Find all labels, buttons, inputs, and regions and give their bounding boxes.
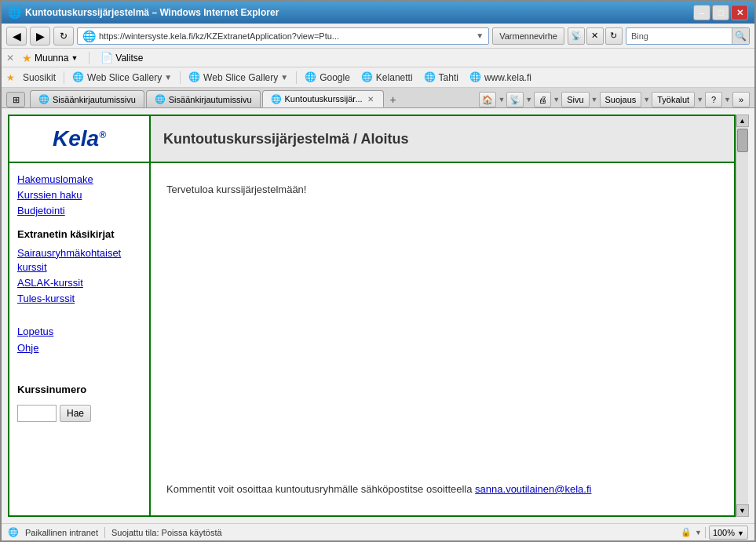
- home-icon[interactable]: 🏠: [479, 92, 496, 107]
- status-right: 🔒 ▼ 100% ▼: [681, 526, 748, 540]
- tab-kuntoutus[interactable]: 🌐 Kuntoutuskurssijär... ✕: [262, 90, 384, 107]
- sidebar-link-budjetointi[interactable]: Budjetointi: [17, 204, 141, 218]
- sidebar-link-aslak[interactable]: ASLAK-kurssit: [17, 276, 141, 290]
- sidebar-link-sairausryhma[interactable]: Sairausryhmäkohtaiset kurssit: [17, 246, 141, 275]
- zoom-button[interactable]: 100% ▼: [709, 526, 748, 540]
- scroll-up-button[interactable]: ▲: [736, 115, 749, 127]
- print-icon[interactable]: 🖨: [534, 92, 551, 107]
- comment-text: Kommentit voit osoittaa kuntoutusryhmäll…: [166, 483, 718, 495]
- lock-dropdown-icon[interactable]: ▼: [695, 529, 702, 537]
- sidebar-spacer-2: [17, 362, 141, 371]
- fav-kelanetti[interactable]: 🌐 Kelanetti: [358, 70, 416, 85]
- help-dropdown-icon[interactable]: ▼: [724, 96, 731, 104]
- fav-kelanetti-icon: 🌐: [361, 71, 374, 84]
- page-title: Kuntoutuskurssijärjestelmä / Aloitus: [163, 131, 408, 147]
- fav-google[interactable]: 🌐 Google: [301, 70, 353, 85]
- fav-separator-3: [296, 71, 297, 84]
- tools-dropdown-icon[interactable]: ▼: [696, 96, 703, 104]
- star-icon: ★: [22, 52, 32, 64]
- fav-icon-2: 🌐: [188, 71, 201, 84]
- bing-search-input[interactable]: [653, 28, 732, 44]
- titlebar: 🌐 Kuntoutuskurssijärjestelmä – Windows I…: [2, 2, 754, 24]
- sidebar-link-tules[interactable]: Tules-kurssit: [17, 292, 141, 306]
- scroll-thumb[interactable]: [737, 129, 748, 152]
- fav-web-slice-2-label: Web Slice Gallery: [203, 72, 278, 83]
- refresh-button[interactable]: ↻: [53, 27, 74, 45]
- sidebar-section-title: Extranetin käsikirjat: [17, 228, 141, 240]
- tab-bar: ⊞ 🌐 Sisäänkirjautumissivu 🌐 Sisäänkirjau…: [2, 88, 754, 108]
- forward-button[interactable]: ▶: [30, 27, 50, 45]
- tab-login-2[interactable]: 🌐 Sisäänkirjautumissivu: [146, 90, 261, 107]
- page-menu-btn[interactable]: Sivu: [561, 92, 589, 107]
- fav-tahti-label: Tahti: [439, 72, 458, 83]
- kurssinumero-input[interactable]: [17, 405, 57, 422]
- home-dropdown-icon[interactable]: ▼: [498, 96, 505, 104]
- kurssinumero-row: Hae: [17, 405, 141, 422]
- welcome-text: Tervetuloa kurssijärjestelmään!: [166, 184, 718, 195]
- sidebar-link-lopetus[interactable]: Lopetus: [17, 325, 141, 339]
- fav-icon-1: 🌐: [72, 71, 85, 84]
- bing-search-button[interactable]: 🔍: [732, 28, 749, 44]
- rss-icon[interactable]: 📡: [568, 27, 585, 45]
- back-button[interactable]: ◀: [6, 27, 27, 45]
- fav-separator-1: [64, 71, 64, 84]
- fav-web-slice-1[interactable]: 🌐 Web Slice Gallery ▼: [69, 70, 175, 85]
- tab-login-1-label: Sisäänkirjautumissivu: [53, 95, 136, 104]
- new-tab-button[interactable]: +: [385, 92, 401, 107]
- main-content-panel: Tervetuloa kurssijärjestelmään! Kommenti…: [151, 163, 734, 515]
- help-icon[interactable]: ?: [705, 92, 722, 107]
- email-link[interactable]: sanna.voutilainen@kela.fi: [475, 483, 591, 495]
- statusbar: 🌐 Paikallinen intranet Suojattu tila: Po…: [2, 523, 754, 540]
- sidebar-link-ohje[interactable]: Ohje: [17, 341, 141, 355]
- bing-search-box[interactable]: Bing 🔍: [626, 27, 750, 45]
- sidebar-link-kurssien-haku[interactable]: Kurssien haku: [17, 188, 141, 202]
- minimize-button[interactable]: –: [693, 5, 710, 20]
- tab-login-1-icon: 🌐: [38, 94, 49, 104]
- tab-grid-button[interactable]: ⊞: [6, 92, 25, 107]
- tab-kuntoutus-label: Kuntoutuskurssijär...: [285, 94, 363, 104]
- page-frame: Kela® Kuntoutuskurssijärjestelmä / Aloit…: [8, 115, 736, 517]
- menu-muunna[interactable]: ★ Muunna ▼: [16, 50, 84, 66]
- tools-btn[interactable]: Työkalut: [652, 92, 695, 107]
- fav-tahti[interactable]: 🌐 Tahti: [421, 70, 462, 85]
- more-btn[interactable]: »: [732, 92, 750, 107]
- verify-button[interactable]: Varmennevirhe: [492, 27, 564, 45]
- sidebar-link-hakemuslomake[interactable]: Hakemuslomake: [17, 173, 141, 187]
- rss-dropdown-icon[interactable]: ▼: [525, 96, 532, 104]
- dropdown-arrow-icon[interactable]: ▼: [476, 31, 484, 40]
- tab-close-button[interactable]: ✕: [366, 94, 375, 104]
- fav-dropdown-2[interactable]: ▼: [280, 73, 288, 82]
- protected-mode-label: Suojattu tila: Poissa käytöstä: [111, 528, 222, 537]
- close-button[interactable]: ✕: [731, 5, 748, 20]
- fav-dropdown-1[interactable]: ▼: [164, 73, 172, 82]
- fav-web-slice-1-label: Web Slice Gallery: [87, 72, 162, 83]
- fav-google-label: Google: [320, 72, 350, 83]
- fav-kela-icon: 🌐: [469, 71, 482, 84]
- reload-button[interactable]: ↻: [605, 27, 623, 45]
- security-dropdown-icon[interactable]: ▼: [643, 96, 650, 104]
- fav-kelanetti-label: Kelanetti: [376, 72, 413, 83]
- page-dropdown-icon[interactable]: ▼: [591, 96, 598, 104]
- kela-logo-text: Kela: [53, 126, 99, 151]
- tab-login-1[interactable]: 🌐 Sisäänkirjautumissivu: [30, 90, 144, 107]
- tab-login-2-icon: 🌐: [155, 94, 166, 104]
- security-btn[interactable]: Suojaus: [600, 92, 642, 107]
- stop-button[interactable]: ✕: [586, 27, 604, 45]
- fav-kela[interactable]: 🌐 www.kela.fi: [466, 70, 535, 85]
- scroll-down-button[interactable]: ▼: [736, 504, 749, 517]
- kela-logo: Kela®: [53, 126, 106, 151]
- fav-web-slice-2[interactable]: 🌐 Web Slice Gallery ▼: [185, 70, 291, 85]
- browser-window: 🌐 Kuntoutuskurssijärjestelmä – Windows I…: [0, 0, 756, 542]
- sidebar-section-links: Sairausryhmäkohtaiset kurssit ASLAK-kurs…: [17, 246, 141, 307]
- menu-muunna-label: Muunna: [35, 53, 68, 64]
- page-title-cell: Kuntoutuskurssijärjestelmä / Aloitus: [151, 116, 734, 162]
- kurssinumero-label: Kurssinumero: [17, 384, 141, 395]
- sidebar: Hakemuslomake Kurssien haku Budjetointi …: [9, 163, 151, 515]
- menu-valitse[interactable]: 📄 Valitse: [94, 50, 149, 65]
- maximize-button[interactable]: □: [712, 5, 729, 20]
- address-field[interactable]: 🌐 https://wintersyste.kela.fi/kz/KZExtra…: [77, 27, 489, 45]
- sidebar-spacer: [17, 312, 141, 318]
- hae-button[interactable]: Hae: [60, 405, 91, 422]
- rss-feed-icon[interactable]: 📡: [506, 92, 524, 107]
- print-dropdown-icon[interactable]: ▼: [553, 96, 560, 104]
